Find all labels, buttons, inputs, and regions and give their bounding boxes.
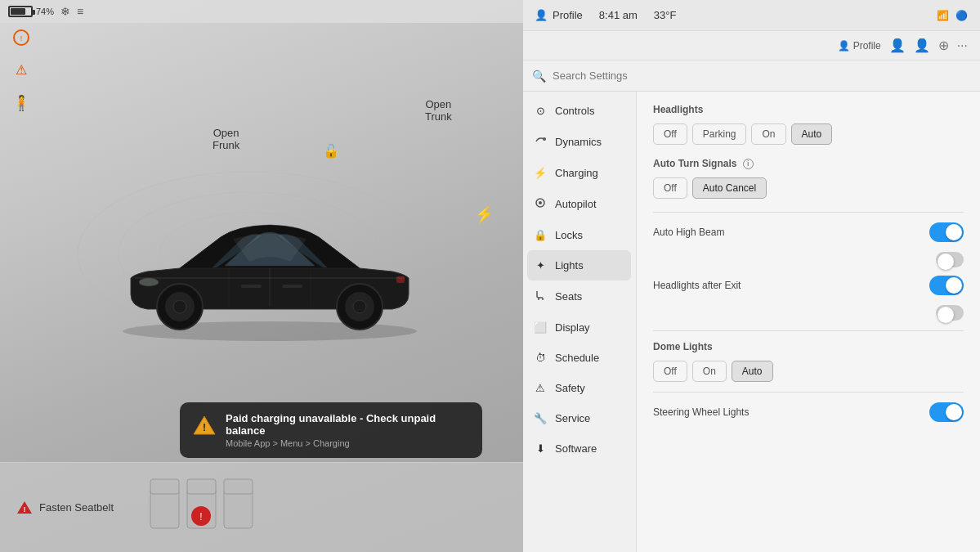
svg-point-34: [543, 137, 546, 141]
svg-point-13: [353, 300, 366, 313]
notification-subtitle: Mobile App > Menu > Charging: [226, 438, 469, 448]
headlights-auto-btn[interactable]: Auto: [791, 123, 833, 145]
sidebar-item-schedule[interactable]: ⏱ Schedule: [522, 343, 636, 373]
headlights-options: Off Parking On Auto: [653, 123, 964, 145]
service-icon: 🔧: [534, 412, 547, 424]
divider-1: [653, 212, 964, 213]
turn-signal-off-btn[interactable]: Off: [653, 177, 687, 199]
sidebar-item-display[interactable]: ⬜ Display: [522, 312, 636, 343]
controls-icon: ⊙: [534, 105, 547, 117]
sidebar-item-charging[interactable]: ⚡ Charging: [522, 158, 636, 188]
autopilot-icon: [534, 197, 547, 211]
steering-wheel-lights-row: Steering Wheel Lights: [653, 402, 964, 422]
dome-off-btn[interactable]: Off: [653, 361, 687, 382]
battery-percent: 74%: [36, 7, 54, 16]
svg-rect-17: [241, 285, 262, 288]
search-input[interactable]: [553, 70, 970, 82]
display-icon: ⬜: [534, 321, 547, 334]
svg-point-36: [539, 201, 542, 204]
top-bar: 👤 Profile 8:41 am 33°F 📶 🔵: [522, 0, 980, 31]
person3-icon[interactable]: 👤: [914, 38, 930, 53]
headlights-on-btn[interactable]: On: [751, 123, 785, 145]
left-status-icons: ! ⚠ 🧍: [12, 29, 30, 112]
auto-high-beam-label: Auto High Beam: [653, 227, 724, 238]
schedule-icon: ⏱: [534, 352, 547, 364]
sidebar-item-safety[interactable]: ⚠ Safety: [522, 373, 636, 403]
svg-text:!: !: [24, 505, 26, 514]
profile-icons-row: 👤 Profile 👤 👤 ⊕ ···: [522, 31, 980, 61]
charging-notification: ! Paid charging unavailable - Check unpa…: [180, 402, 482, 458]
headlights-parking-btn[interactable]: Parking: [692, 123, 747, 145]
svg-text:⚠: ⚠: [16, 63, 27, 77]
svg-rect-27: [150, 479, 179, 494]
profile-icon: 👤: [535, 9, 548, 21]
sidebar-label-lights: Lights: [555, 259, 584, 272]
top-bar-controls: 📶 🔵: [937, 10, 968, 21]
dome-auto-btn[interactable]: Auto: [732, 361, 773, 382]
time-display: 8:41 am: [599, 9, 638, 21]
search-bar: 🔍: [522, 61, 980, 92]
seatbelt-label: Fasten Seatbelt: [39, 501, 114, 514]
svg-rect-29: [187, 479, 216, 494]
sidebar-item-dynamics[interactable]: Dynamics: [522, 126, 636, 158]
settings-detail-panel: Headlights Off Parking On Auto Auto Turn…: [637, 92, 980, 552]
sidebar-label-controls: Controls: [555, 105, 594, 117]
bottom-panel: ! Fasten Seatbelt !: [0, 462, 523, 552]
sidebar-item-autopilot[interactable]: Autopilot: [522, 188, 636, 220]
alert-icon-2: ⚠: [12, 61, 30, 79]
seats-icon: [534, 289, 547, 303]
headlights-exit-row: Headlights after Exit: [653, 276, 964, 295]
seats-thumbnail: !: [142, 471, 265, 545]
svg-rect-18: [282, 285, 302, 288]
turn-signal-options: Off Auto Cancel: [653, 177, 964, 199]
turn-signal-auto-cancel-btn[interactable]: Auto Cancel: [692, 177, 767, 199]
safety-icon: ⚠: [534, 382, 547, 394]
svg-text:🧍: 🧍: [12, 94, 30, 112]
lock-icon: 🔓: [323, 143, 339, 159]
sidebar-item-lights[interactable]: ✦ Lights: [527, 250, 631, 280]
headlights-exit-toggle[interactable]: [929, 276, 964, 295]
warning-triangle-icon: !: [193, 412, 216, 440]
sidebar-label-dynamics: Dynamics: [555, 136, 602, 148]
auto-turn-signals-title: Auto Turn Signals i: [653, 158, 964, 169]
svg-text:!: !: [203, 422, 206, 433]
right-panel: 👤 Profile 8:41 am 33°F 📶 🔵 👤 Profile 👤 👤…: [522, 0, 980, 552]
main-content: ⊙ Controls Dynamics ⚡ Charging Autopilo: [522, 92, 980, 552]
sidebar-item-controls[interactable]: ⊙ Controls: [522, 96, 636, 126]
tire-pressure-icon: !: [12, 29, 30, 47]
trunk-label[interactable]: Open Trunk: [425, 98, 452, 123]
sidebar-item-service[interactable]: 🔧 Service: [522, 403, 636, 433]
svg-rect-20: [396, 276, 405, 283]
steering-wheel-lights-toggle[interactable]: [929, 402, 964, 422]
dome-on-btn[interactable]: On: [692, 361, 727, 382]
sidebar-label-schedule: Schedule: [555, 352, 599, 364]
divider-2: [653, 330, 964, 331]
sidebar-item-software[interactable]: ⬇ Software: [522, 433, 636, 464]
profile-label: 👤 Profile: [535, 9, 583, 21]
exit-lights-sub-toggle[interactable]: [936, 305, 964, 321]
lights-icon: ✦: [534, 259, 547, 272]
battery-icon: [8, 6, 33, 17]
settings-sidebar: ⊙ Controls Dynamics ⚡ Charging Autopilo: [522, 92, 637, 552]
software-icon: ⬇: [534, 442, 547, 455]
seatbelt-warning: ! Fasten Seatbelt: [16, 500, 114, 516]
dome-lights-options: Off On Auto: [653, 361, 964, 382]
more-icon[interactable]: ···: [957, 38, 968, 53]
car-image: [65, 147, 474, 376]
sidebar-item-seats[interactable]: Seats: [522, 280, 636, 312]
svg-point-10: [173, 300, 186, 313]
svg-point-19: [139, 278, 159, 286]
profile-tab-icon[interactable]: 👤 Profile: [838, 40, 880, 52]
headlights-section-title: Headlights: [653, 104, 964, 115]
auto-high-beam-toggle[interactable]: [929, 222, 964, 242]
person2-icon[interactable]: 👤: [889, 38, 906, 53]
headlights-off-btn[interactable]: Off: [653, 123, 687, 145]
menu-lines-icon: ≡: [77, 5, 83, 18]
sidebar-item-locks[interactable]: 🔒 Locks: [522, 220, 636, 250]
high-beam-sub-toggle[interactable]: [936, 252, 964, 267]
auto-turn-signals-info-icon[interactable]: i: [743, 159, 754, 169]
steering-wheel-lights-label: Steering Wheel Lights: [653, 406, 749, 418]
svg-text:!: !: [199, 511, 202, 523]
charging-lightning-icon: ⚡: [474, 204, 494, 224]
add-profile-icon[interactable]: ⊕: [938, 38, 949, 53]
